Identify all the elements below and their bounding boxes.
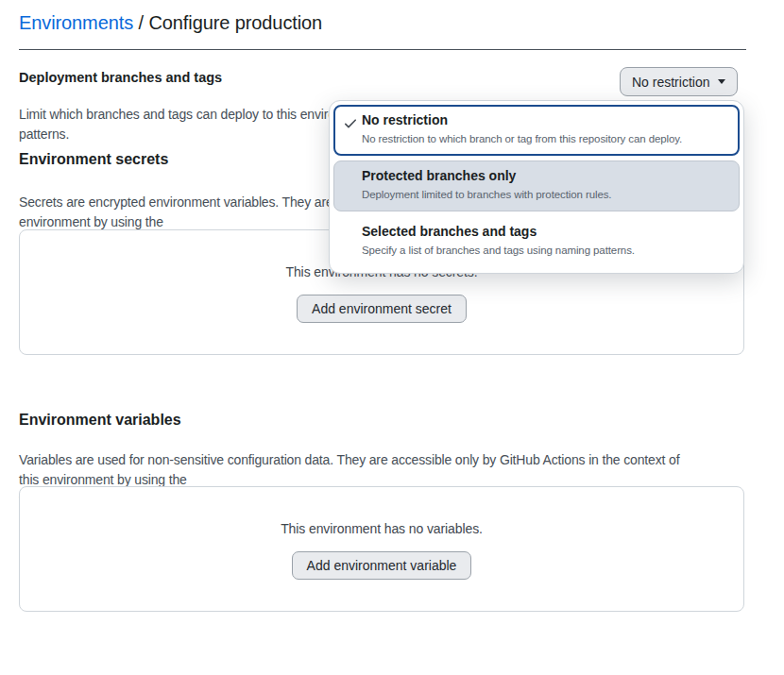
- dropdown-button-label: No restriction: [632, 75, 709, 90]
- check-icon: [343, 116, 358, 131]
- secrets-section-heading: Environment secrets: [19, 151, 168, 168]
- breadcrumb-separator: /: [133, 12, 148, 33]
- add-environment-secret-button[interactable]: Add environment secret: [297, 295, 467, 323]
- variables-empty-box: This environment has no variables. Add e…: [19, 486, 744, 612]
- variables-description-line1: Variables are used for non-sensitive con…: [19, 450, 679, 470]
- environment-config-page: Environments / Configure production Depl…: [0, 0, 784, 675]
- variables-section-heading: Environment variables: [19, 412, 181, 429]
- menu-item-description: Deployment limited to branches with prot…: [362, 187, 730, 203]
- header-divider: [19, 49, 746, 50]
- menu-item-protected-branches-only[interactable]: Protected branches only Deployment limit…: [333, 160, 740, 211]
- add-environment-variable-button[interactable]: Add environment variable: [292, 551, 472, 580]
- menu-item-description: Specify a list of branches and tags usin…: [362, 243, 730, 259]
- breadcrumb-current: Configure production: [148, 12, 322, 33]
- deployment-section-heading: Deployment branches and tags: [19, 70, 222, 85]
- menu-item-selected-branches-and-tags[interactable]: Selected branches and tags Specify a lis…: [333, 216, 740, 266]
- menu-item-description: No restriction to which branch or tag fr…: [362, 131, 730, 147]
- deployment-restriction-dropdown-button[interactable]: No restriction: [620, 67, 738, 96]
- breadcrumb-environments-link[interactable]: Environments: [19, 12, 133, 33]
- chevron-down-icon: [718, 79, 725, 84]
- menu-item-no-restriction[interactable]: No restriction No restriction to which b…: [333, 105, 740, 156]
- menu-item-title: No restriction: [362, 111, 730, 129]
- menu-item-title: Protected branches only: [362, 167, 730, 185]
- variables-empty-text: This environment has no variables.: [281, 521, 483, 536]
- restriction-dropdown-menu: No restriction No restriction to which b…: [329, 100, 744, 274]
- page-title: Environments / Configure production: [19, 12, 322, 34]
- menu-item-title: Selected branches and tags: [362, 223, 730, 241]
